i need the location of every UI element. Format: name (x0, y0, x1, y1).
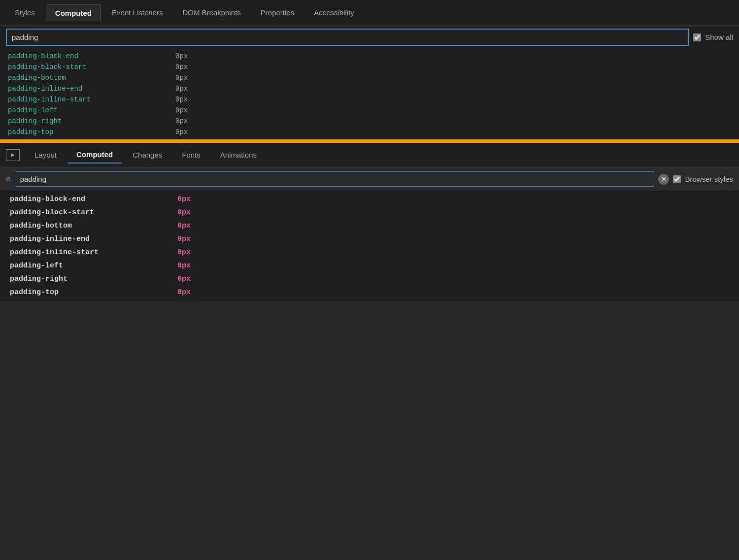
css-property-list-bottom: padding-block-end 0px padding-block-star… (0, 191, 739, 301)
prop-value: 0px (175, 96, 188, 103)
browser-styles-area: Browser styles (673, 175, 733, 183)
prop-name: padding-block-start (8, 63, 175, 71)
tab-layout[interactable]: Layout (26, 147, 66, 163)
css-property-list-top: padding-block-end 0px padding-block-star… (0, 49, 739, 139)
table-row: padding-left 0px (0, 259, 739, 272)
show-all-label: Show all (705, 33, 733, 41)
prop-name: padding-block-start (10, 208, 177, 217)
tab-event-listeners[interactable]: Event Listeners (103, 4, 171, 21)
prop-name: padding-inline-start (8, 96, 175, 103)
top-tab-bar: Styles Computed Event Listeners DOM Brea… (0, 0, 739, 26)
prop-name: padding-bottom (10, 222, 177, 230)
tab-computed-top[interactable]: Computed (46, 4, 101, 21)
browser-styles-label: Browser styles (685, 175, 733, 183)
prop-value: 0px (177, 275, 191, 283)
table-row: padding-right 0px (0, 116, 739, 127)
prop-value: 0px (177, 208, 191, 217)
search-input-bottom[interactable] (15, 171, 655, 187)
clear-search-button[interactable]: ✕ (658, 174, 669, 185)
filter-icon: ⊘ (6, 174, 11, 184)
table-row: padding-top 0px (0, 127, 739, 137)
prop-value: 0px (177, 195, 191, 203)
prop-name: padding-top (8, 128, 175, 136)
prop-value: 0px (175, 74, 188, 82)
prop-value: 0px (177, 235, 191, 243)
show-all-checkbox[interactable] (693, 33, 701, 41)
prop-name: padding-right (8, 117, 175, 125)
tab-styles[interactable]: Styles (6, 4, 44, 21)
prop-value: 0px (175, 63, 188, 71)
prop-value: 0px (175, 128, 188, 136)
prop-name: padding-bottom (8, 74, 175, 82)
prop-name: padding-top (10, 288, 177, 296)
table-row: padding-right 0px (0, 272, 739, 286)
prop-value: 0px (175, 52, 188, 60)
prop-value: 0px (175, 117, 188, 125)
prop-value: 0px (177, 248, 191, 257)
table-row: padding-top 0px (0, 286, 739, 299)
tab-computed-bottom[interactable]: Computed (67, 146, 122, 164)
top-panel: Styles Computed Event Listeners DOM Brea… (0, 0, 739, 141)
table-row: padding-inline-end 0px (0, 232, 739, 246)
table-row: padding-bottom 0px (0, 219, 739, 232)
browser-styles-checkbox[interactable] (673, 175, 681, 183)
prop-value: 0px (177, 262, 191, 270)
table-row: padding-inline-start 0px (0, 94, 739, 105)
table-row: padding-left 0px (0, 105, 739, 116)
tab-fonts[interactable]: Fonts (173, 147, 209, 163)
show-all-area: Show all (693, 33, 733, 41)
table-row: padding-block-start 0px (0, 206, 739, 219)
tab-changes[interactable]: Changes (124, 147, 171, 163)
tab-animations[interactable]: Animations (211, 147, 266, 163)
prop-value: 0px (177, 288, 191, 296)
prop-value: 0px (175, 106, 188, 114)
prop-name: padding-inline-end (10, 235, 177, 243)
tab-accessibility[interactable]: Accessibility (305, 4, 363, 21)
panel-toggle-icon[interactable]: ▶ (6, 149, 20, 161)
prop-name: padding-right (10, 275, 177, 283)
search-input-top[interactable] (6, 29, 689, 46)
prop-name: padding-left (10, 262, 177, 270)
table-row: padding-block-end 0px (0, 193, 739, 206)
prop-name: padding-inline-end (8, 85, 175, 93)
tab-properties[interactable]: Properties (252, 4, 303, 21)
table-row: padding-block-end 0px (0, 51, 739, 62)
prop-name: padding-block-end (10, 195, 177, 203)
table-row: padding-inline-start 0px (0, 246, 739, 259)
search-bar-bottom: ⊘ ✕ Browser styles (0, 167, 739, 191)
bottom-panel: ▶ Layout Computed Changes Fonts Animatio… (0, 143, 739, 301)
search-bar-top: Show all (0, 26, 739, 49)
prop-name: padding-left (8, 106, 175, 114)
prop-name: padding-block-end (8, 52, 175, 60)
table-row: padding-bottom 0px (0, 72, 739, 83)
bottom-tab-bar: ▶ Layout Computed Changes Fonts Animatio… (0, 143, 739, 167)
prop-value: 0px (175, 85, 188, 93)
table-row: padding-block-start 0px (0, 62, 739, 72)
table-row: padding-inline-end 0px (0, 83, 739, 94)
prop-name: padding-inline-start (10, 248, 177, 257)
prop-value: 0px (177, 222, 191, 230)
tab-dom-breakpoints[interactable]: DOM Breakpoints (173, 4, 249, 21)
